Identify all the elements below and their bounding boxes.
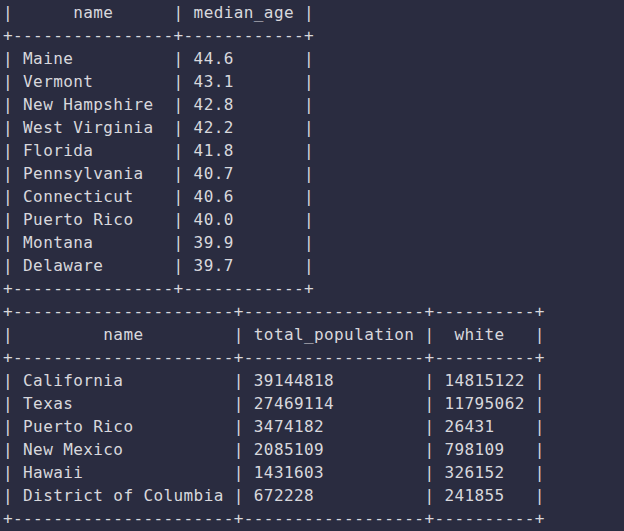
ascii-table-median-age: | name | median_age | +----------------+… — [3, 1, 624, 300]
terminal-window[interactable]: | name | median_age | +----------------+… — [0, 0, 624, 531]
ascii-table-population: +----------------------+----------------… — [3, 300, 624, 530]
